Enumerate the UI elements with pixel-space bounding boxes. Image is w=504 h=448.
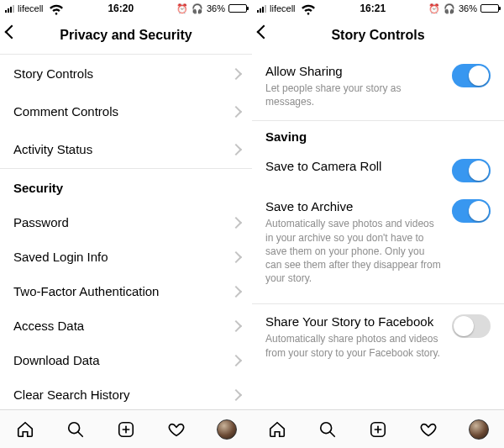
nav-header: Privacy and Security <box>0 17 252 54</box>
row-label: Password <box>13 215 69 229</box>
back-button[interactable] <box>259 17 269 53</box>
setting-desc: Automatically share photos and videos fr… <box>265 332 442 359</box>
row-label: Access Data <box>13 319 84 333</box>
nav-header: Story Controls <box>252 17 504 54</box>
chevron-left-icon <box>259 27 269 44</box>
row-saved-login-info[interactable]: Saved Login Info <box>0 240 252 274</box>
status-time: 16:20 <box>108 3 134 14</box>
alarm-icon: ⏰ <box>428 3 440 14</box>
phone-story-controls: lifecell 16:21 ⏰ 🎧 36% Story Controls Al… <box>252 0 504 448</box>
tab-home[interactable] <box>15 419 35 440</box>
page-title: Privacy and Security <box>60 28 192 43</box>
story-controls-list[interactable]: Allow Sharing Let people share your stor… <box>252 54 504 409</box>
phone-privacy-security: lifecell 16:20 ⏰ 🎧 36% Privacy and Secur… <box>0 0 252 448</box>
setting-save-archive: Save to Archive Automatically save photo… <box>252 194 504 297</box>
setting-allow-sharing: Allow Sharing Let people share your stor… <box>252 54 504 120</box>
battery-icon <box>480 4 499 13</box>
row-download-data[interactable]: Download Data <box>0 343 252 377</box>
tab-add-post[interactable] <box>116 419 136 440</box>
tab-bar <box>0 409 252 448</box>
signal-icon <box>5 4 14 13</box>
wifi-icon <box>299 0 318 18</box>
toggle-save-archive[interactable] <box>452 199 491 223</box>
back-button[interactable] <box>7 17 17 53</box>
chevron-right-icon <box>232 217 239 229</box>
toggle-share-facebook[interactable] <box>452 314 491 338</box>
setting-title: Share Your Story to Facebook <box>265 314 442 329</box>
signal-icon <box>257 4 266 13</box>
battery-icon <box>228 4 247 13</box>
row-label: Two-Factor Authentication <box>13 284 159 298</box>
chevron-right-icon <box>232 389 239 401</box>
avatar <box>469 419 489 440</box>
row-password[interactable]: Password <box>0 205 252 240</box>
toggle-allow-sharing[interactable] <box>452 64 491 87</box>
chevron-left-icon <box>7 27 17 44</box>
status-time: 16:21 <box>360 3 386 14</box>
chevron-right-icon <box>232 144 239 155</box>
section-header-saving: Saving <box>252 121 504 149</box>
battery-pct: 36% <box>207 3 225 13</box>
setting-share-facebook: Share Your Story to Facebook Automatical… <box>252 304 504 371</box>
setting-desc: Let people share your story as messages. <box>265 82 442 108</box>
row-label: Clear Search History <box>13 387 129 402</box>
row-label: Story Controls <box>13 66 93 81</box>
toggle-save-camera-roll[interactable] <box>452 159 491 182</box>
chevron-right-icon <box>232 106 239 118</box>
tab-search[interactable] <box>318 419 338 440</box>
row-activity-status[interactable]: Activity Status <box>0 130 252 168</box>
row-label: Comment Controls <box>13 104 118 119</box>
tab-profile[interactable] <box>469 419 489 440</box>
status-right: ⏰ 🎧 36% <box>176 3 247 14</box>
alarm-icon: ⏰ <box>176 3 188 14</box>
row-comment-controls[interactable]: Comment Controls <box>0 92 252 130</box>
row-clear-search-history[interactable]: Clear Search History <box>0 377 252 409</box>
setting-title: Save to Archive <box>265 199 442 213</box>
row-access-data[interactable]: Access Data <box>0 308 252 343</box>
wifi-icon <box>47 0 66 18</box>
avatar <box>217 419 237 440</box>
page-title: Story Controls <box>331 28 424 43</box>
setting-title: Allow Sharing <box>265 64 442 78</box>
carrier-label: lifecell <box>18 3 44 13</box>
row-two-factor-authentication[interactable]: Two-Factor Authentication <box>0 274 252 308</box>
row-label: Activity Status <box>13 142 92 156</box>
status-right: ⏰ 🎧 36% <box>428 3 499 14</box>
status-left: lifecell <box>5 0 66 18</box>
chevron-right-icon <box>232 68 239 80</box>
setting-title: Save to Camera Roll <box>265 159 442 173</box>
tab-activity[interactable] <box>166 419 186 440</box>
battery-pct: 36% <box>459 3 477 13</box>
tab-search[interactable] <box>66 419 86 440</box>
svg-line-6 <box>330 431 335 436</box>
carrier-label: lifecell <box>270 3 296 13</box>
headphones-icon: 🎧 <box>192 3 203 14</box>
status-bar: lifecell 16:20 ⏰ 🎧 36% <box>0 0 252 17</box>
setting-save-camera-roll: Save to Camera Roll <box>252 149 504 194</box>
tab-home[interactable] <box>267 419 287 440</box>
status-left: lifecell <box>257 0 318 18</box>
settings-list[interactable]: Story Controls Comment Controls Activity… <box>0 54 252 409</box>
setting-desc: Automatically save photos and videos in … <box>265 217 442 285</box>
chevron-right-icon <box>232 320 239 332</box>
tab-activity[interactable] <box>418 419 438 440</box>
status-bar: lifecell 16:21 ⏰ 🎧 36% <box>252 0 504 17</box>
row-label: Download Data <box>13 353 100 367</box>
dual-screenshot: lifecell 16:20 ⏰ 🎧 36% Privacy and Secur… <box>0 0 504 448</box>
section-header-security: Security <box>0 169 252 205</box>
row-story-controls[interactable]: Story Controls <box>0 55 252 92</box>
tab-bar <box>252 409 504 448</box>
chevron-right-icon <box>232 251 239 263</box>
chevron-right-icon <box>232 286 239 298</box>
tab-add-post[interactable] <box>368 419 388 440</box>
chevron-right-icon <box>232 355 239 366</box>
headphones-icon: 🎧 <box>444 3 455 14</box>
svg-line-1 <box>78 431 83 436</box>
row-label: Saved Login Info <box>13 250 108 264</box>
tab-profile[interactable] <box>217 419 237 440</box>
